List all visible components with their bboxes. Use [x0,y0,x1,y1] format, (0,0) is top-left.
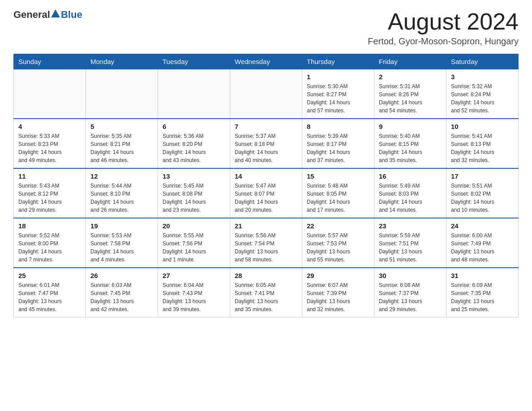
day-number: 24 [451,222,514,230]
day-number: 21 [235,222,297,230]
day-number: 6 [163,123,225,130]
week-row-4: 18Sunrise: 5:52 AM Sunset: 8:00 PM Dayli… [14,218,519,268]
logo-general-text: General [13,9,50,21]
day-info: Sunrise: 6:09 AM Sunset: 7:35 PM Dayligh… [451,281,514,313]
day-number: 14 [235,172,297,180]
day-info: Sunrise: 5:31 AM Sunset: 8:26 PM Dayligh… [379,82,442,115]
day-info: Sunrise: 5:45 AM Sunset: 8:08 PM Dayligh… [163,182,225,214]
day-info: Sunrise: 5:40 AM Sunset: 8:15 PM Dayligh… [379,132,442,164]
cell-week4-day1: 19Sunrise: 5:53 AM Sunset: 7:58 PM Dayli… [86,218,158,268]
cell-week2-day3: 7Sunrise: 5:37 AM Sunset: 8:18 PM Daylig… [230,119,302,168]
day-number: 5 [90,123,153,130]
day-number: 2 [379,73,442,81]
day-number: 8 [307,123,369,130]
cell-week4-day4: 22Sunrise: 5:57 AM Sunset: 7:53 PM Dayli… [302,218,374,268]
day-info: Sunrise: 6:07 AM Sunset: 7:39 PM Dayligh… [307,281,369,313]
day-info: Sunrise: 5:44 AM Sunset: 8:10 PM Dayligh… [90,182,153,214]
cell-week5-day1: 26Sunrise: 6:03 AM Sunset: 7:45 PM Dayli… [86,268,158,317]
day-number: 25 [18,272,81,279]
day-number: 31 [451,272,514,279]
day-info: Sunrise: 5:57 AM Sunset: 7:53 PM Dayligh… [307,231,369,264]
day-number: 26 [90,272,153,279]
day-info: Sunrise: 5:36 AM Sunset: 8:20 PM Dayligh… [163,132,225,164]
cell-week5-day0: 25Sunrise: 6:01 AM Sunset: 7:47 PM Dayli… [14,268,86,317]
cell-week2-day0: 4Sunrise: 5:33 AM Sunset: 8:23 PM Daylig… [14,119,86,168]
header-monday: Monday [86,54,158,69]
day-number: 30 [379,272,442,279]
day-info: Sunrise: 5:59 AM Sunset: 7:51 PM Dayligh… [379,231,442,264]
header-thursday: Thursday [302,54,374,69]
day-info: Sunrise: 5:32 AM Sunset: 8:24 PM Dayligh… [451,82,514,115]
day-number: 23 [379,222,442,230]
logo-triangle-icon [51,9,60,17]
day-info: Sunrise: 6:04 AM Sunset: 7:43 PM Dayligh… [163,281,225,313]
cell-week1-day6: 3Sunrise: 5:32 AM Sunset: 8:24 PM Daylig… [446,69,519,119]
cell-week3-day6: 17Sunrise: 5:51 AM Sunset: 8:02 PM Dayli… [446,168,519,218]
cell-week5-day5: 30Sunrise: 6:08 AM Sunset: 7:37 PM Dayli… [374,268,446,317]
day-number: 17 [451,172,514,180]
logo-blue-text: Blue [61,9,82,21]
header-wednesday: Wednesday [230,54,302,69]
day-info: Sunrise: 5:39 AM Sunset: 8:17 PM Dayligh… [307,132,369,164]
week-row-3: 11Sunrise: 5:43 AM Sunset: 8:12 PM Dayli… [14,168,519,218]
cell-week4-day3: 21Sunrise: 5:56 AM Sunset: 7:54 PM Dayli… [230,218,302,268]
day-number: 22 [307,222,369,230]
cell-week3-day1: 12Sunrise: 5:44 AM Sunset: 8:10 PM Dayli… [86,168,158,218]
day-info: Sunrise: 5:49 AM Sunset: 8:03 PM Dayligh… [379,182,442,214]
day-info: Sunrise: 5:37 AM Sunset: 8:18 PM Dayligh… [235,132,297,164]
cell-week3-day4: 15Sunrise: 5:48 AM Sunset: 8:05 PM Dayli… [302,168,374,218]
calendar-title: August 2024 [368,9,519,34]
cell-week1-day4: 1Sunrise: 5:30 AM Sunset: 8:27 PM Daylig… [302,69,374,119]
day-number: 12 [90,172,153,180]
cell-week4-day2: 20Sunrise: 5:55 AM Sunset: 7:56 PM Dayli… [158,218,230,268]
cell-week1-day5: 2Sunrise: 5:31 AM Sunset: 8:26 PM Daylig… [374,69,446,119]
cell-week3-day0: 11Sunrise: 5:43 AM Sunset: 8:12 PM Dayli… [14,168,86,218]
cell-week1-day3 [230,69,302,119]
cell-week5-day6: 31Sunrise: 6:09 AM Sunset: 7:35 PM Dayli… [446,268,519,317]
cell-week5-day2: 27Sunrise: 6:04 AM Sunset: 7:43 PM Dayli… [158,268,230,317]
day-number: 10 [451,123,514,130]
cell-week2-day5: 9Sunrise: 5:40 AM Sunset: 8:15 PM Daylig… [374,119,446,168]
day-number: 11 [18,172,81,180]
day-info: Sunrise: 5:35 AM Sunset: 8:21 PM Dayligh… [90,132,153,164]
cell-week1-day1 [86,69,158,119]
day-number: 9 [379,123,442,130]
page-header: General Blue August 2024 Fertod, Gyor-Mo… [13,9,519,47]
day-info: Sunrise: 6:00 AM Sunset: 7:49 PM Dayligh… [451,231,514,264]
day-number: 13 [163,172,225,180]
cell-week3-day3: 14Sunrise: 5:47 AM Sunset: 8:07 PM Dayli… [230,168,302,218]
calendar-subtitle: Fertod, Gyor-Moson-Sopron, Hungary [368,36,519,47]
header-saturday: Saturday [446,54,519,69]
day-number: 20 [163,222,225,230]
cell-week5-day3: 28Sunrise: 6:05 AM Sunset: 7:41 PM Dayli… [230,268,302,317]
week-row-1: 1Sunrise: 5:30 AM Sunset: 8:27 PM Daylig… [14,69,519,119]
week-row-2: 4Sunrise: 5:33 AM Sunset: 8:23 PM Daylig… [14,119,519,168]
day-number: 19 [90,222,153,230]
cell-week5-day4: 29Sunrise: 6:07 AM Sunset: 7:39 PM Dayli… [302,268,374,317]
day-info: Sunrise: 5:30 AM Sunset: 8:27 PM Dayligh… [307,82,369,115]
day-info: Sunrise: 5:48 AM Sunset: 8:05 PM Dayligh… [307,182,369,214]
day-info: Sunrise: 5:55 AM Sunset: 7:56 PM Dayligh… [163,231,225,264]
cell-week2-day6: 10Sunrise: 5:41 AM Sunset: 8:13 PM Dayli… [446,119,519,168]
cell-week1-day2 [158,69,230,119]
week-row-5: 25Sunrise: 6:01 AM Sunset: 7:47 PM Dayli… [14,268,519,317]
cell-week1-day0 [14,69,86,119]
day-info: Sunrise: 6:01 AM Sunset: 7:47 PM Dayligh… [18,281,81,313]
weekday-header-row: Sunday Monday Tuesday Wednesday Thursday… [14,54,519,69]
header-friday: Friday [374,54,446,69]
day-number: 15 [307,172,369,180]
day-number: 1 [307,73,369,81]
cell-week2-day1: 5Sunrise: 5:35 AM Sunset: 8:21 PM Daylig… [86,119,158,168]
day-info: Sunrise: 5:43 AM Sunset: 8:12 PM Dayligh… [18,182,81,214]
calendar-table: Sunday Monday Tuesday Wednesday Thursday… [13,54,519,317]
day-info: Sunrise: 5:53 AM Sunset: 7:58 PM Dayligh… [90,231,153,264]
day-number: 18 [18,222,81,230]
day-info: Sunrise: 5:33 AM Sunset: 8:23 PM Dayligh… [18,132,81,164]
cell-week3-day5: 16Sunrise: 5:49 AM Sunset: 8:03 PM Dayli… [374,168,446,218]
day-number: 28 [235,272,297,279]
logo: General Blue [13,9,82,21]
day-info: Sunrise: 5:47 AM Sunset: 8:07 PM Dayligh… [235,182,297,214]
cell-week3-day2: 13Sunrise: 5:45 AM Sunset: 8:08 PM Dayli… [158,168,230,218]
day-info: Sunrise: 5:51 AM Sunset: 8:02 PM Dayligh… [451,182,514,214]
day-number: 3 [451,73,514,81]
